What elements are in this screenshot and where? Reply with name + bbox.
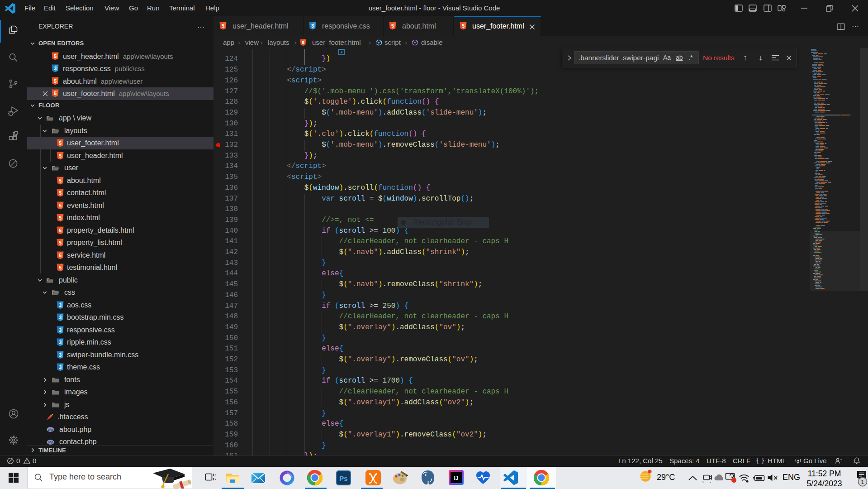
svg-text:5: 5: [59, 140, 62, 146]
svg-text:5: 5: [59, 153, 62, 158]
svg-text:php: php: [47, 440, 53, 444]
svg-text:3: 3: [59, 340, 62, 345]
svg-text:3: 3: [59, 302, 62, 308]
svg-text:5: 5: [54, 78, 57, 84]
svg-text:5: 5: [54, 91, 57, 96]
svg-text:5: 5: [391, 23, 394, 29]
svg-text:3: 3: [59, 364, 62, 370]
svg-text:1: 1: [861, 479, 864, 485]
svg-text:5: 5: [59, 240, 62, 245]
svg-text:5: 5: [59, 253, 62, 258]
svg-text:3: 3: [59, 315, 62, 320]
svg-text:3: 3: [311, 23, 314, 29]
svg-text:5: 5: [59, 215, 62, 221]
svg-text:5: 5: [59, 190, 62, 196]
svg-text:5: 5: [302, 40, 304, 45]
svg-text:3: 3: [59, 352, 62, 358]
svg-text:php: php: [47, 428, 53, 431]
svg-text:5: 5: [59, 228, 62, 233]
svg-text:5: 5: [462, 23, 465, 29]
svg-text:3: 3: [54, 66, 57, 71]
svg-text:5: 5: [59, 265, 62, 270]
svg-text:5: 5: [59, 178, 62, 183]
svg-text:IJ: IJ: [454, 475, 458, 481]
svg-text:5: 5: [54, 53, 57, 59]
svg-text:5: 5: [59, 203, 62, 208]
svg-text:5: 5: [222, 23, 224, 29]
svg-text:Ps: Ps: [339, 475, 347, 482]
svg-text:3: 3: [59, 327, 62, 333]
